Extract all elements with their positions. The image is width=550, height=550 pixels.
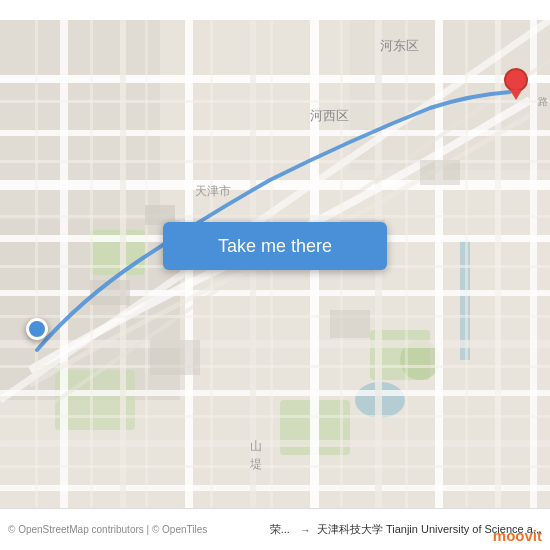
svg-rect-56 (420, 160, 460, 185)
svg-rect-44 (340, 20, 343, 530)
svg-rect-45 (405, 20, 408, 530)
map-background: 河东区 河西区 天津市 山 堤 路 (0, 0, 550, 550)
bottom-bar: © OpenStreetMap contributors | © OpenTil… (0, 508, 550, 550)
svg-rect-42 (210, 20, 213, 530)
take-me-there-button[interactable]: Take me there (163, 222, 387, 270)
svg-text:堤: 堤 (249, 457, 262, 471)
svg-rect-23 (250, 20, 256, 530)
svg-text:天津市: 天津市 (195, 184, 231, 198)
svg-text:山: 山 (250, 439, 262, 453)
svg-rect-40 (90, 20, 93, 530)
svg-text:河东区: 河东区 (380, 38, 419, 53)
svg-rect-24 (310, 20, 319, 530)
svg-rect-58 (330, 310, 370, 338)
svg-rect-39 (35, 20, 38, 530)
moovit-logo: moovit (493, 527, 542, 544)
svg-rect-20 (60, 20, 68, 530)
svg-rect-25 (375, 20, 382, 530)
destination-marker (504, 68, 528, 98)
svg-rect-57 (150, 340, 200, 375)
moovit-brand: moovit (493, 527, 542, 544)
svg-text:河西区: 河西区 (310, 108, 349, 123)
map-container: 河东区 河西区 天津市 山 堤 路 Take me there © OpenSt… (0, 0, 550, 550)
svg-rect-41 (145, 20, 148, 530)
origin-marker (26, 318, 48, 340)
svg-rect-28 (530, 20, 537, 530)
svg-text:路: 路 (538, 96, 548, 107)
svg-rect-43 (270, 20, 273, 530)
copyright-text: © OpenStreetMap contributors | © OpenTil… (8, 524, 264, 535)
origin-label: 荣... (270, 522, 290, 537)
